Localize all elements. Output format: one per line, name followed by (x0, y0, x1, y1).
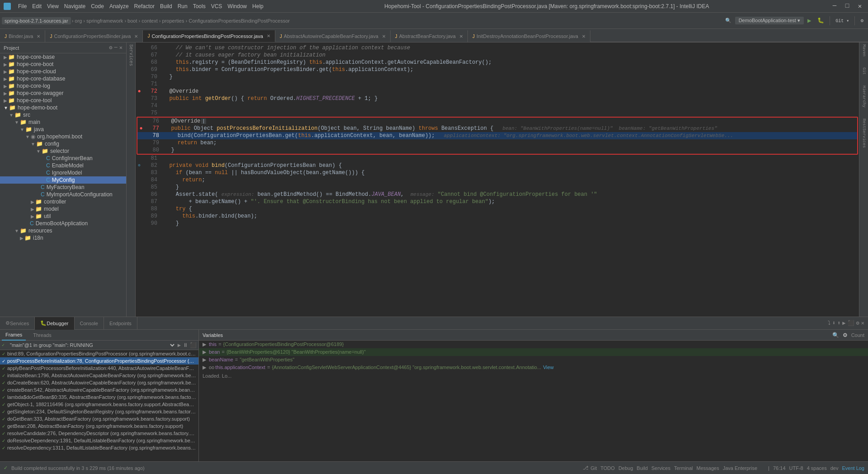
thread-dropdown[interactable]: "main"@1 in group "main": RUNNING (6, 341, 176, 349)
frame-item-0[interactable]: ✓ bind:89, ConfigurationPropertiesBindin… (0, 350, 198, 357)
line-content-83[interactable]: if (bean == null || hasBoundValueObject(… (161, 169, 859, 176)
debugger-tab-bottom[interactable]: 🐛 Debugger (35, 317, 74, 330)
menu-build[interactable]: Build (160, 3, 172, 9)
tree-item-hope-demo-boot[interactable]: ▼ 📁 hope-demo-boot (0, 104, 126, 111)
frame-item-10[interactable]: ✓ getBean:208, AbstractBeanFactory (org.… (0, 422, 198, 430)
line-content-69[interactable]: this.binder = ConfigurationPropertiesBin… (161, 66, 859, 73)
close-button[interactable]: ✕ (855, 2, 864, 10)
frame-item-8[interactable]: ✓ getSingleton:234, DefaultSingletonBean… (0, 408, 198, 415)
menu-analyze[interactable]: Analyze (109, 3, 129, 9)
menu-refactor[interactable]: Refactor (134, 3, 155, 9)
panel-settings-btn[interactable]: ⚙ (109, 44, 112, 51)
minimize-button[interactable]: ─ (830, 2, 839, 10)
tree-item-demo-boot-app[interactable]: ▶ C DemoBootApplication (0, 220, 126, 227)
frame-item-4[interactable]: ✓ doCreateBean:620, AbstractAutowireCapa… (0, 379, 198, 386)
line-content-89[interactable]: this.binder.bind(bean); (161, 213, 859, 220)
debug-step-into-btn[interactable]: ⬇ (832, 320, 835, 327)
tab-config-binding-processor[interactable]: J ConfigurationPropertiesBindingPostProc… (143, 30, 275, 42)
event-log-btn[interactable]: Event Log (842, 465, 864, 471)
status-debug-btn[interactable]: Debug (618, 465, 633, 471)
line-content-84[interactable]: return; (161, 176, 859, 184)
thread-pause-btn[interactable]: ⏸ (183, 342, 188, 349)
frame-item-6[interactable]: ✓ lambda$doGetBean$0:335, AbstractBeanFa… (0, 393, 198, 401)
hierarchy-tab-btn[interactable]: Hierarchy (862, 85, 866, 108)
line-content-75[interactable] (161, 109, 859, 117)
git-tab-btn[interactable]: Git (862, 67, 866, 75)
line-content-73[interactable]: public int getOrder() { return Ordered.H… (161, 95, 859, 102)
variables-settings-btn[interactable]: ⚙ (843, 332, 848, 338)
menu-run[interactable]: Run (178, 3, 188, 9)
tree-item-src[interactable]: ▼ 📁 src (0, 111, 126, 118)
status-build-btn[interactable]: Build (637, 465, 647, 471)
line-content-68[interactable]: this.registry = (BeanDefinitionRegistry)… (161, 59, 859, 66)
run-btn[interactable]: ▶ (805, 16, 814, 25)
tab-init-destroy[interactable]: J InitDestroyAnnotationBeanPostProcessor… (468, 30, 590, 42)
debug-resume-btn[interactable]: ▶ (842, 320, 845, 327)
spaces-label[interactable]: 4 spaces (807, 465, 827, 471)
tree-item-my-factory-bean[interactable]: ▶ C MyFactoryBean (0, 184, 126, 191)
status-services-btn[interactable]: Services (651, 465, 670, 471)
menu-view[interactable]: View (47, 3, 59, 9)
status-todo-btn[interactable]: TODO (600, 465, 615, 471)
menu-tools[interactable]: Tools (193, 3, 206, 9)
tree-item-resources[interactable]: ▼ 📁 resources (0, 227, 126, 234)
tree-item-hope-core-database[interactable]: ▶ 📁 hope-core-database (0, 75, 126, 82)
frame-item-12[interactable]: ✓ doResolveDependency:1391, DefaultLista… (0, 437, 198, 444)
maximize-button[interactable]: □ (843, 2, 852, 10)
panel-collapse-btn[interactable]: ─ (114, 44, 118, 51)
tree-item-hope-core-boot[interactable]: ▶ 📁 hope-core-boot (0, 61, 126, 68)
code-area[interactable]: 66 // We can't use constructor injection… (136, 43, 859, 317)
services-tab-bottom[interactable]: ⚙ Services (0, 317, 35, 330)
branch-label[interactable]: dev (830, 465, 839, 471)
tree-item-hope-core-base[interactable]: ▶ 📁 hope-core-base (0, 53, 126, 61)
tree-item-selector[interactable]: ▼ 📁 selector (0, 147, 126, 155)
line-content-70[interactable]: } (161, 73, 859, 81)
tree-item-hope-core-tool[interactable]: ▶ 📁 hope-core-tool (0, 97, 126, 104)
maven-tab-btn[interactable]: Maven (862, 44, 866, 57)
frame-item-2[interactable]: ✓ applyBeanPostProcessorsBeforeInitializ… (0, 365, 198, 372)
tree-item-hope-core-cloud[interactable]: ▶ 📁 hope-core-cloud (0, 68, 126, 75)
threads-tab[interactable]: Threads (29, 330, 55, 341)
vcs-btn[interactable]: Git ▾ (833, 17, 852, 24)
menu-vcs[interactable]: VCS (211, 3, 222, 9)
debug-stop-btn[interactable]: ⬛ (848, 320, 854, 327)
line-content-79[interactable]: return bean; (163, 139, 857, 147)
frame-item-13[interactable]: ✓ resolveDependency:1311, DefaultListabl… (0, 444, 198, 451)
line-content-77[interactable]: public Object postProcessBeforeInitializ… (163, 125, 857, 132)
tree-item-my-import-auto-config[interactable]: ▶ C MyImportAutoConfiguration (0, 191, 126, 198)
tree-item-config-inner-bean[interactable]: ▶ C ConfigInnerBean (0, 155, 126, 162)
line-content-66[interactable]: // We can't use constructor injection of… (161, 44, 859, 52)
frame-item-11[interactable]: ✓ resolveCandidate:276, DependencyDescri… (0, 430, 198, 437)
line-content-82[interactable]: private void bind(ConfigurationPropertie… (161, 162, 859, 169)
debug-step-over-btn[interactable]: ⤵ (828, 320, 830, 327)
tree-item-i18n[interactable]: ▶ 📁 i18n (0, 234, 126, 242)
run-config-dropdown[interactable]: DemoBootApplication-test ▾ (735, 17, 804, 24)
menu-window[interactable]: Window (227, 3, 247, 9)
tree-item-config[interactable]: ▼ 📁 config (0, 140, 126, 147)
line-content-81[interactable] (161, 155, 859, 162)
services-btn[interactable]: Services (128, 44, 133, 66)
tree-item-hope-core-swagger[interactable]: ▶ 📁 hope-core-swagger (0, 90, 126, 97)
tab-close-btn[interactable]: ✕ (37, 34, 40, 39)
line-content-71[interactable] (161, 81, 859, 88)
status-git-btn[interactable]: ⎇ Git (583, 465, 597, 471)
status-messages-btn[interactable]: Messages (697, 465, 719, 471)
debug-step-out-btn[interactable]: ⬆ (837, 320, 840, 327)
tab-config-binder[interactable]: J ConfigurationPropertiesBinder.java ✕ (45, 30, 143, 42)
frame-item-1[interactable]: ✓ postProcessBeforeInitialization:78, Co… (0, 357, 198, 365)
line-content-72[interactable]: @Override (161, 88, 859, 95)
tree-item-controller[interactable]: ▶ 📁 controller (0, 198, 126, 205)
tab-close-btn-5[interactable]: ✕ (459, 34, 463, 39)
endpoints-tab-bottom[interactable]: Endpoints (104, 317, 137, 330)
encoding-label[interactable]: UTF-8 (789, 465, 803, 471)
project-sdk-dropdown[interactable]: spring-boot-2.7.1-sources.jar (2, 17, 71, 24)
line-content-85[interactable]: } (161, 184, 859, 191)
var-item-beanname[interactable]: ▶ beanName = "getBeanWithProperties" (199, 356, 868, 364)
tree-item-model[interactable]: ▶ 📁 model (0, 205, 126, 213)
tab-abstract-autowire[interactable]: J AbstractAutowireCapableBeanFactory.jav… (275, 30, 391, 42)
var-item-bean[interactable]: ▶ bean = {BeanWithProperties@6120} "Bean… (199, 348, 868, 356)
tab-close-btn-2[interactable]: ✕ (134, 34, 138, 39)
tree-item-hope-core-log[interactable]: ▶ 📁 hope-core-log (0, 82, 126, 90)
line-content-88[interactable]: try { (161, 205, 859, 213)
search-everywhere-btn[interactable]: 🔍 (722, 17, 734, 24)
